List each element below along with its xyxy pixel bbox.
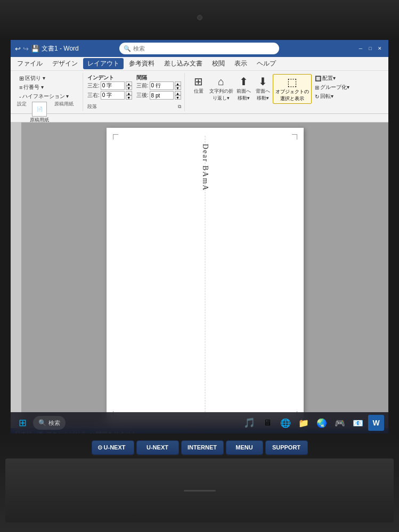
indent-left-spinner[interactable]: ▲ ▼	[126, 81, 132, 90]
group-label: グループ化▾	[320, 84, 349, 91]
paragraph-label: 段落	[87, 103, 97, 110]
document-area[interactable]: Dear BAmA	[21, 122, 388, 428]
windows-logo: ⊞	[19, 417, 27, 429]
trackpad-indicator	[184, 490, 216, 492]
object-selection-label: オブジェクトの選択と表示	[275, 88, 309, 102]
menu-review[interactable]: 校閲	[208, 58, 229, 69]
key-unext-logo-text: ⊙ U-NEXT	[97, 444, 126, 451]
key-menu-label: MENU	[235, 444, 253, 451]
app-title: 文書1 - Word	[42, 44, 79, 53]
position-button[interactable]: ⊞ 位置	[189, 74, 208, 96]
menu-help[interactable]: ヘルプ	[253, 58, 280, 69]
menu-file[interactable]: ファイル	[13, 58, 47, 69]
menu-references[interactable]: 参考資料	[125, 58, 159, 69]
rotate-icon: ↻	[315, 94, 319, 100]
trackpad[interactable]	[5, 459, 394, 522]
indent-left-down[interactable]: ▼	[126, 86, 132, 90]
position-label: 位置	[194, 88, 203, 95]
spacing-before-spinner[interactable]: ▲ ▼	[175, 81, 181, 90]
spacing-before-input[interactable]	[150, 81, 174, 90]
bring-forward-label: 前面へ移動▾	[237, 88, 251, 102]
page-corner-tl	[113, 134, 118, 140]
redo-icon[interactable]: ↪	[23, 45, 29, 53]
menu-view[interactable]: 表示	[230, 58, 251, 69]
save-icon[interactable]: 💾	[31, 45, 39, 53]
rotate-button[interactable]: ↻ 回転▾	[313, 92, 352, 101]
bring-forward-icon: ⬆	[239, 75, 248, 88]
taskbar-app-media[interactable]: 🎵	[241, 415, 257, 431]
breaks-button[interactable]: ⊞ 区切り ▾	[17, 74, 79, 83]
ribbon-group-page-setup: ⊞ 区切り ▾ ≡ 行番号 ▾ - ハイフネーション ▾ 設定 📄	[14, 73, 83, 111]
spacing-before-row: 三前: ▲ ▼	[136, 81, 181, 90]
key-unext-logo[interactable]: ⊙ U-NEXT	[92, 440, 134, 455]
title-search-input[interactable]	[133, 45, 275, 52]
hyphenation-icon: -	[19, 93, 21, 100]
screen: ↩ ↪ 💾 文書1 - Word 🔍 ─ □ ✕ ファイル デザイン レイアウト…	[11, 40, 388, 433]
spacing-after-spinner[interactable]: ▲ ▼	[175, 91, 181, 100]
minimize-button[interactable]: ─	[356, 44, 365, 53]
document-page[interactable]: Dear BAmA	[107, 128, 304, 423]
taskbar-search[interactable]: 🔍 検索	[33, 416, 66, 430]
line-numbers-button[interactable]: ≡ 行番号 ▾	[17, 83, 79, 92]
taskbar-app-email[interactable]: 📧	[350, 415, 366, 431]
special-keys-row: ⊙ U-NEXT U-NEXT INTERNET MENU SUPPORT	[0, 439, 399, 456]
indent-right-input[interactable]	[101, 91, 125, 100]
keyboard-area: ⊙ U-NEXT U-NEXT INTERNET MENU SUPPORT	[0, 433, 399, 532]
group-button[interactable]: ⊞ グループ化▾	[313, 83, 352, 92]
title-bar-left: ↩ ↪ 💾 文書1 - Word	[15, 44, 79, 53]
indent-left-row: 三左: ▲ ▼	[87, 81, 132, 90]
taskbar-app-browser2[interactable]: 🌏	[314, 415, 330, 431]
indent-right-down[interactable]: ▼	[126, 95, 132, 100]
maximize-button[interactable]: □	[366, 44, 374, 53]
object-selection-button[interactable]: ⬚ オブジェクトの選択と表示	[273, 74, 312, 104]
webcam	[197, 15, 202, 20]
taskbar-app-browser1[interactable]: 🌐	[278, 415, 294, 431]
taskbar-search-label: 検索	[48, 419, 60, 427]
title-bar: ↩ ↪ 💾 文書1 - Word 🔍 ─ □ ✕	[11, 40, 388, 57]
vertical-ruler	[11, 122, 21, 428]
menu-bar: ファイル デザイン レイアウト 参考資料 差し込み文書 校閲 表示 ヘルプ	[11, 57, 388, 71]
key-internet-label: INTERNET	[188, 444, 217, 451]
paragraph-dialog-launcher[interactable]: ⧉	[178, 104, 181, 110]
laptop-bezel	[0, 0, 399, 40]
indent-left-up[interactable]: ▲	[126, 81, 132, 86]
taskbar-app-folder[interactable]: 📁	[296, 415, 312, 431]
hyphenation-button[interactable]: - ハイフネーション ▾	[17, 92, 79, 101]
start-button[interactable]: ⊞	[15, 415, 30, 430]
line-numbers-label: 行番号 ▾	[23, 84, 44, 91]
object-selection-icon: ⬚	[287, 76, 297, 88]
indent-title: インデント	[87, 74, 132, 81]
text-wrap-button[interactable]: ⌂ 文字列の折り返し▾	[208, 74, 234, 103]
menu-mailings[interactable]: 差し込み文書	[160, 58, 207, 69]
spacing-after-up[interactable]: ▲	[175, 91, 181, 95]
title-bar-search-box[interactable]: 🔍	[119, 43, 279, 54]
key-internet[interactable]: INTERNET	[181, 440, 224, 455]
taskbar-app-game[interactable]: 🎮	[332, 415, 348, 431]
indent-left-input[interactable]	[101, 81, 125, 90]
indent-right-up[interactable]: ▲	[126, 91, 132, 95]
spacing-after-input[interactable]	[150, 91, 174, 100]
breaks-label: 区切り ▾	[25, 75, 45, 82]
rotate-label: 回転▾	[320, 93, 333, 100]
arrange-button[interactable]: 🔲 配置▾	[313, 74, 352, 83]
key-unext[interactable]: U-NEXT	[136, 440, 179, 455]
taskbar-app-word[interactable]: W	[368, 415, 384, 431]
workspace: Dear BAmA	[11, 122, 388, 428]
indent-right-spinner[interactable]: ▲ ▼	[126, 91, 132, 100]
spacing-before-up[interactable]: ▲	[175, 81, 181, 86]
taskbar-apps: 🎵 🖥 🌐 📁 🌏 🎮 📧 W	[241, 415, 384, 431]
taskbar-app-desktop[interactable]: 🖥	[259, 415, 275, 431]
spacing-after-down[interactable]: ▼	[175, 95, 181, 100]
undo-icon[interactable]: ↩	[15, 45, 21, 53]
menu-layout[interactable]: レイアウト	[83, 58, 124, 69]
page-corner-tr	[292, 134, 297, 140]
close-button[interactable]: ✕	[376, 44, 384, 53]
spacing-before-down[interactable]: ▼	[175, 86, 181, 90]
send-back-button[interactable]: ⬇ 背面へ移動▾	[254, 74, 273, 103]
document-text[interactable]: Dear BAmA	[201, 144, 209, 191]
key-support[interactable]: SUPPORT	[265, 440, 308, 455]
bring-forward-button[interactable]: ⬆ 前面へ移動▾	[234, 74, 254, 103]
spacing-section: 間隔 三前: ▲ ▼ 三後:	[136, 74, 181, 100]
key-menu[interactable]: MENU	[226, 440, 263, 455]
menu-design[interactable]: デザイン	[48, 58, 82, 69]
